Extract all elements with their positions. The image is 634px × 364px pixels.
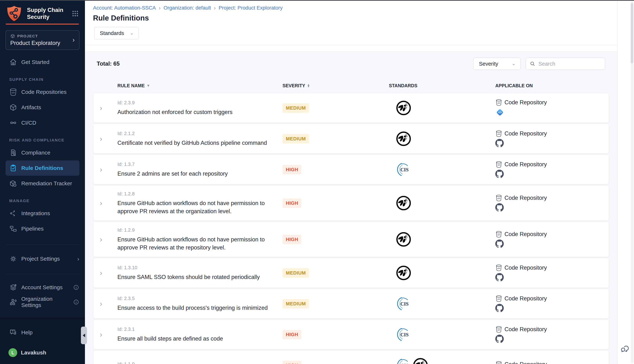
sidebar-item-label: Get Started — [21, 59, 49, 65]
search-input[interactable] — [538, 61, 601, 67]
column-header-rule-name[interactable]: RULE NAME ▼ — [117, 83, 282, 88]
table-row[interactable]: › Id: 2.3.9 Authorization not enforced f… — [94, 93, 609, 122]
user-menu[interactable]: L Lavakush — [0, 345, 85, 360]
severity-filter-dropdown[interactable]: Severity ⌄ — [473, 58, 521, 70]
provider-cell — [495, 304, 504, 312]
accent-rule — [6, 24, 79, 24]
breadcrumb-project[interactable]: Project: Product Exploratory — [219, 5, 283, 11]
info-icon[interactable] — [73, 284, 79, 290]
sidebar-header: Supply Chain Security — [0, 0, 85, 22]
sidebar-item-integrations[interactable]: Integrations — [0, 206, 85, 221]
applicable-cell: Code Repository — [495, 194, 609, 212]
row-expand-chevron-icon[interactable]: › — [99, 104, 117, 112]
column-header-severity[interactable]: SEVERITY ▲▼ — [282, 83, 389, 88]
section-label-risk-compliance: RISK AND COMPLIANCE — [9, 138, 79, 142]
table-row[interactable]: › Id: 2.3.5 Ensure access to the build p… — [94, 289, 609, 318]
module-grid-icon[interactable] — [72, 10, 79, 17]
info-icon[interactable] — [73, 299, 79, 305]
standards-cell — [389, 327, 495, 342]
org-gear-icon — [9, 298, 17, 306]
row-expand-chevron-icon[interactable]: › — [99, 135, 117, 143]
scrollbar-track[interactable] — [631, 1, 634, 363]
code-repository-icon — [495, 295, 502, 302]
table-section: Total: 65 Severity ⌄ RULE NAME ▼ — [85, 51, 617, 364]
sidebar-item-label: Project Settings — [21, 256, 60, 262]
sidebar-item-artifacts[interactable]: Artifacts — [0, 100, 85, 115]
table-row[interactable]: › Id: 2.3.1 Ensure all build steps are d… — [94, 320, 609, 349]
row-expand-chevron-icon[interactable]: › — [99, 269, 117, 277]
row-expand-chevron-icon[interactable]: › — [99, 235, 117, 244]
standards-cell — [389, 131, 495, 147]
search-box — [526, 58, 605, 70]
layers-gear-icon — [9, 283, 17, 292]
code-repository-icon — [495, 264, 502, 271]
cis-icon — [396, 296, 411, 312]
avatar: L — [9, 348, 17, 357]
standards-cell — [389, 265, 495, 281]
harness-code-icon — [495, 108, 504, 117]
code-repository-icon — [495, 231, 502, 238]
pipelines-icon — [9, 225, 17, 233]
gear-icon — [9, 255, 17, 263]
standards-dropdown[interactable]: Standards ⌄ — [94, 27, 139, 40]
sidebar-item-remediation-tracker[interactable]: Remediation Tracker — [0, 176, 85, 191]
breadcrumb-account[interactable]: Account: Automation-SSCA — [93, 5, 156, 11]
sidebar-item-label: CI/CD — [21, 120, 36, 126]
row-expand-chevron-icon[interactable]: › — [99, 361, 117, 364]
github-icon — [495, 139, 504, 147]
table-row[interactable]: › Id: 1.2.8 Ensure GitHub action workflo… — [94, 186, 609, 220]
sort-desc-icon: ▼ — [147, 84, 150, 88]
sidebar-item-account-settings[interactable]: Account Settings — [0, 280, 85, 295]
toolbar: Standards ⌄ — [94, 27, 617, 40]
sidebar-item-code-repositories[interactable]: Code Repositories — [0, 84, 85, 100]
breadcrumb: Account: Automation-SSCA › Organization:… — [85, 0, 617, 11]
breadcrumb-organization[interactable]: Organization: default — [163, 5, 211, 11]
table-row[interactable]: › Id: 1.2.9 Ensure GitHub action workflo… — [94, 222, 609, 257]
rule-id: Id: 1.3.10 — [117, 265, 282, 270]
github-icon — [495, 304, 504, 312]
home-icon — [9, 58, 17, 66]
project-selector[interactable]: PROJECT Product Exploratory › — [6, 30, 79, 50]
sidebar-collapse-handle[interactable] — [81, 326, 87, 344]
sidebar-item-cicd[interactable]: CI/CD — [0, 115, 85, 130]
applicable-label: Code Repository — [504, 130, 547, 137]
severity-badge: MEDIUM — [282, 268, 309, 278]
support-chat-icon[interactable] — [620, 344, 629, 353]
rule-id: Id: 2.3.5 — [117, 296, 282, 301]
infinity-icon — [9, 119, 17, 127]
clipboard-check-icon — [9, 164, 17, 172]
chevron-right-icon: › — [77, 256, 79, 262]
sidebar-item-get-started[interactable]: Get Started — [0, 54, 85, 70]
table-row[interactable]: › Id: 1.3.10 Ensure SAML SSO tokens shou… — [94, 258, 609, 288]
box-wrench-icon — [9, 180, 17, 188]
sidebar-item-help[interactable]: Help — [0, 325, 85, 340]
table-row[interactable]: › Id: 1.3.7 Ensure 2 admins are set for … — [94, 155, 609, 184]
rule-id: Id: 2.1.2 — [117, 131, 282, 136]
scrollbar-thumb[interactable] — [631, 3, 633, 64]
table-row[interactable]: › Id: 2.1.2 Certificate not verified by … — [94, 124, 609, 154]
row-expand-chevron-icon[interactable]: › — [99, 166, 117, 174]
row-expand-chevron-icon[interactable]: › — [99, 330, 117, 339]
provider-cell — [495, 170, 504, 178]
column-header-applicable-on: APPLICABLE ON — [495, 83, 609, 88]
standards-cell — [389, 296, 495, 312]
rule-name: Ensure GitHub action workflows do not ha… — [117, 236, 279, 252]
applicable-label: Code Repository — [504, 231, 547, 238]
sidebar-item-project-settings[interactable]: Project Settings › — [0, 251, 85, 266]
collapse-arrow-icon — [83, 334, 85, 337]
sidebar-item-compliance[interactable]: Compliance — [0, 145, 85, 160]
table-row[interactable]: › Id: 1.1.9 HIGH Code Repository — [94, 350, 609, 364]
sidebar-item-rule-definitions[interactable]: Rule Definitions — [6, 160, 79, 176]
applicable-cell: Code Repository — [495, 161, 609, 178]
chevron-down-icon: ⌄ — [512, 62, 516, 66]
rule-name: Ensure GitHub action workflows do not ha… — [117, 199, 279, 215]
applicable-label: Code Repository — [504, 264, 547, 271]
sidebar-item-pipelines[interactable]: Pipelines — [0, 221, 85, 236]
row-expand-chevron-icon[interactable]: › — [99, 300, 117, 308]
main-content: Account: Automation-SSCA › Organization:… — [85, 0, 617, 364]
row-expand-chevron-icon[interactable]: › — [99, 199, 117, 207]
severity-filter-label: Severity — [479, 61, 498, 67]
standards-cell — [389, 100, 495, 116]
sidebar-item-organization-settings[interactable]: Organization Settings — [0, 295, 85, 310]
chevron-right-icon: › — [73, 36, 75, 44]
